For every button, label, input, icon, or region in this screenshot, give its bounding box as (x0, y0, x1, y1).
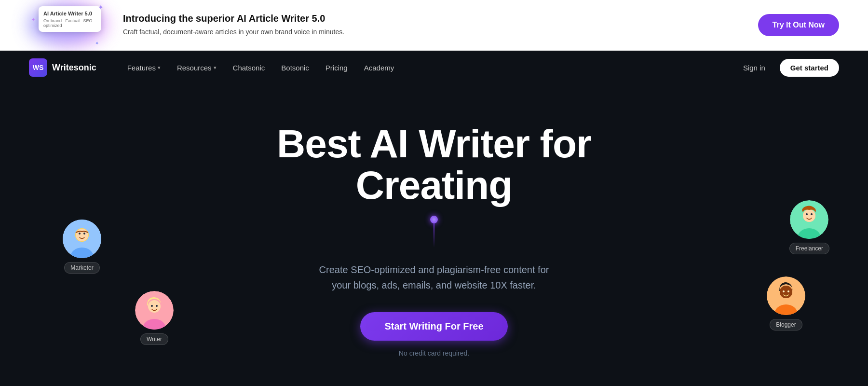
hero-cta-button[interactable]: Start Writing For Free (360, 312, 507, 341)
avatar-marketer-image (63, 220, 101, 258)
navbar-logo[interactable]: WS Writesonic (29, 58, 96, 77)
banner-card-title: AI Article Writer 5.0 (43, 10, 96, 17)
logo-icon: WS (29, 58, 47, 77)
banner-subtext: Craft factual, document-aware articles i… (123, 27, 739, 37)
nav-item-features[interactable]: Features ▾ (121, 60, 167, 76)
banner-text-block: Introducing the superior AI Article Writ… (123, 13, 739, 37)
avatar-blogger: Blogger (767, 276, 805, 331)
get-started-button[interactable]: Get started (780, 59, 839, 77)
nav-item-academy[interactable]: Academy (357, 60, 401, 76)
hero-note: No credit card required. (217, 349, 651, 357)
svg-point-23 (787, 290, 789, 292)
svg-point-5 (79, 233, 81, 234)
hero-headline: Best AI Writer for Creating (217, 123, 651, 206)
avatar-marketer-label: Marketer (64, 262, 99, 274)
cursor-line (434, 223, 434, 248)
svg-point-12 (811, 213, 813, 215)
hero-section: Marketer Freelancer (0, 84, 868, 386)
svg-point-17 (156, 305, 158, 307)
avatar-writer-label: Writer (140, 333, 168, 345)
svg-point-16 (151, 305, 153, 307)
announcement-banner: AI Article Writer 5.0 On-brand · Factual… (0, 0, 868, 51)
star-icon-3: ✦ (95, 41, 99, 46)
nav-item-chatsonic[interactable]: Chatsonic (226, 60, 272, 76)
avatar-writer: Writer (135, 291, 174, 345)
banner-preview-image: AI Article Writer 5.0 On-brand · Factual… (29, 2, 108, 48)
hero-subtext: Create SEO-optimized and plagiarism-free… (313, 262, 555, 293)
chevron-down-icon: ▾ (158, 65, 161, 71)
avatar-blogger-image (767, 276, 805, 315)
logo-text: Writesonic (52, 63, 96, 73)
star-icon-2: ✦ (31, 17, 35, 22)
star-icon-1: ✦ (98, 3, 104, 11)
banner-heading: Introducing the superior AI Article Writ… (123, 13, 739, 24)
avatar-freelancer-label: Freelancer (789, 243, 829, 254)
nav-actions: Sign in Get started (736, 59, 839, 77)
nav-item-pricing[interactable]: Pricing (319, 60, 354, 76)
banner-card-sub: On-brand · Factual · SEO-optimized (43, 18, 96, 28)
svg-point-6 (83, 233, 85, 234)
avatar-blogger-label: Blogger (770, 319, 802, 331)
banner-cta-button[interactable]: Try It Out Now (758, 14, 839, 36)
avatar-writer-image (135, 291, 174, 330)
avatar-freelancer-image (790, 200, 828, 239)
svg-point-11 (806, 213, 808, 215)
navbar: WS Writesonic Features ▾ Resources ▾ Cha… (0, 51, 868, 84)
avatar-freelancer: Freelancer (789, 200, 829, 254)
hero-content: Best AI Writer for Creating Create SEO-o… (217, 123, 651, 357)
chevron-down-icon: ▾ (214, 65, 217, 71)
avatar-marketer: Marketer (63, 220, 101, 274)
cursor-dot (430, 216, 438, 223)
nav-links: Features ▾ Resources ▾ Chatsonic Botsoni… (121, 60, 736, 76)
svg-point-10 (803, 209, 815, 222)
svg-point-4 (76, 229, 88, 241)
sign-in-button[interactable]: Sign in (736, 60, 772, 76)
nav-item-botsonic[interactable]: Botsonic (274, 60, 316, 76)
nav-item-resources[interactable]: Resources ▾ (170, 60, 223, 76)
cursor-indicator (217, 216, 651, 248)
svg-point-22 (783, 290, 785, 292)
